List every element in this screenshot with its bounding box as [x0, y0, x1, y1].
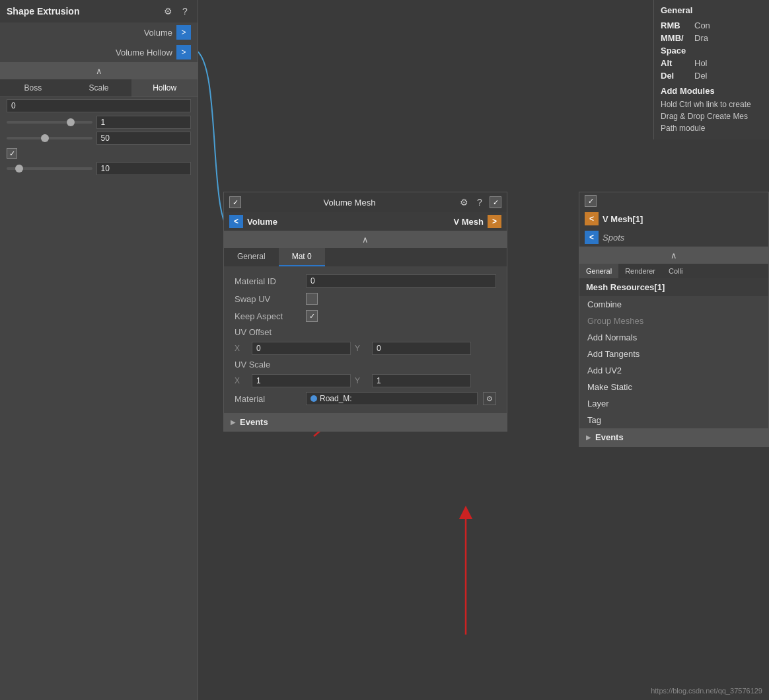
add-modules-text: Hold Ctrl wh link to create Drag & Drop …: [661, 98, 762, 134]
left-panel: Shape Extrusion ⚙ ? Volume > Volume Holl…: [0, 0, 198, 700]
help-title: General: [661, 5, 762, 15]
left-panel-title: Shape Extrusion: [7, 6, 157, 17]
left-tabs-row: Boss Scale Hollow: [0, 79, 198, 97]
events-arrow-icon: ▶: [231, 418, 236, 426]
slider-track-3[interactable]: [7, 167, 92, 170]
swap-uv-label: Swap UV: [235, 294, 301, 304]
right-collapse-icon: ∧: [671, 251, 677, 260]
help-val-mmb: Dra: [694, 33, 708, 43]
right-collapse-bar[interactable]: ∧: [579, 247, 768, 264]
slider-row-3: 10: [0, 161, 198, 176]
material-id-input[interactable]: 0: [306, 274, 496, 288]
right-port-row-3: < Spots: [579, 228, 768, 247]
mid-gear-icon[interactable]: ⚙: [458, 196, 470, 208]
help-key-rmb: RMB: [661, 20, 690, 30]
volume-arrow-btn[interactable]: >: [176, 25, 191, 40]
tab-boss[interactable]: Boss: [0, 79, 66, 97]
slider-val-3[interactable]: 10: [96, 162, 192, 175]
slider-track-1[interactable]: [7, 121, 92, 124]
swap-uv-row: Swap UV: [229, 290, 501, 307]
right-panel: < V Mesh[1] < Spots ∧ General Renderer C…: [579, 192, 769, 447]
mid-collapse-icon: ∧: [362, 235, 369, 245]
action-add-tangents[interactable]: Add Tangents: [579, 346, 768, 362]
volume-hollow-label: Volume Hollow: [20, 48, 172, 58]
help-key-mmb: MMB/: [661, 33, 690, 43]
help-row-rmb: RMB Con: [661, 20, 762, 30]
right-events-bar[interactable]: ▶ Events: [579, 428, 768, 446]
right-tab-renderer[interactable]: Renderer: [618, 264, 662, 278]
right-port-blue-btn[interactable]: <: [585, 231, 599, 244]
mid-port-row: < Volume V Mesh >: [224, 212, 507, 231]
slider-track-2[interactable]: [7, 137, 92, 139]
action-add-normals[interactable]: Add Normals: [579, 329, 768, 346]
volume-label: Volume: [20, 28, 172, 38]
mid-events-bar[interactable]: ▶ Events: [224, 413, 507, 431]
mid-tab-mat0[interactable]: Mat 0: [279, 248, 325, 266]
help-panel: General RMB Con MMB/ Dra Space Alt Hol D…: [653, 0, 769, 139]
action-make-static[interactable]: Make Static: [579, 379, 768, 395]
help-icon[interactable]: ?: [179, 5, 191, 17]
collapse-icon: ∧: [96, 66, 102, 76]
uv-offset-y-input[interactable]: [372, 342, 471, 355]
slider-thumb-3[interactable]: [15, 165, 23, 173]
right-port-orange-btn[interactable]: <: [585, 212, 599, 225]
keep-aspect-label: Keep Aspect: [235, 311, 301, 321]
volume-hollow-arrow-btn[interactable]: >: [176, 45, 191, 59]
uv-scale-y-input[interactable]: [372, 374, 471, 387]
uv-scale-label: UV Scale: [235, 360, 301, 369]
uv-offset-x-input[interactable]: [252, 342, 351, 355]
uv-offset-x-label: X: [235, 344, 248, 353]
right-tab-colli[interactable]: Colli: [662, 264, 689, 278]
gear-icon[interactable]: ⚙: [162, 5, 174, 17]
help-key-space: Space: [661, 46, 690, 56]
right-vmesh-label: V Mesh[1]: [603, 214, 643, 224]
action-layer[interactable]: Layer: [579, 395, 768, 412]
slider-row-2: 50: [0, 130, 198, 146]
swap-uv-checkbox[interactable]: [306, 293, 318, 305]
mid-tab-general[interactable]: General: [224, 248, 279, 266]
mid-form-section: Material ID 0 Swap UV Keep Aspect UV Off…: [224, 266, 507, 413]
keep-aspect-checkbox[interactable]: [306, 310, 318, 322]
material-dot: [311, 395, 317, 402]
mid-header-checkbox-right[interactable]: [490, 196, 501, 208]
mid-panel: Volume Mesh ⚙ ? < Volume V Mesh > ∧ Gene…: [223, 192, 507, 432]
right-tab-general[interactable]: General: [579, 264, 618, 278]
help-val-del: Del: [694, 71, 708, 81]
help-key-alt: Alt: [661, 58, 690, 68]
field-input-1[interactable]: 0: [7, 99, 191, 112]
mid-collapse-bar[interactable]: ∧: [224, 231, 507, 248]
field-row-1: 0: [0, 97, 198, 114]
tab-hollow[interactable]: Hollow: [131, 79, 198, 97]
uv-scale-y-label: Y: [355, 376, 368, 385]
slider-thumb-2[interactable]: [41, 134, 49, 142]
action-combine[interactable]: Combine: [579, 296, 768, 313]
collapse-bar[interactable]: ∧: [0, 62, 198, 79]
keep-aspect-row: Keep Aspect: [229, 307, 501, 325]
slider-row-1: 1: [0, 114, 198, 130]
tab-scale[interactable]: Scale: [66, 79, 132, 97]
slider-val-2[interactable]: 50: [96, 132, 192, 145]
watermark: https://blog.csdn.net/qq_37576129: [651, 687, 762, 695]
left-checkbox[interactable]: [7, 148, 17, 159]
help-row-space: Space: [661, 46, 762, 56]
slider-val-1[interactable]: 1: [96, 116, 192, 129]
mid-help-icon[interactable]: ?: [474, 196, 486, 208]
material-id-label: Material ID: [235, 276, 301, 286]
mesh-actions-list: Combine Group Meshes Add Normals Add Tan…: [579, 296, 768, 428]
uv-offset-label: UV Offset: [235, 327, 301, 337]
port-right-btn[interactable]: >: [488, 215, 501, 228]
mid-header-checkbox[interactable]: [229, 196, 241, 208]
uv-offset-y-label: Y: [355, 344, 368, 353]
action-tag[interactable]: Tag: [579, 412, 768, 428]
uv-scale-x-input[interactable]: [252, 374, 351, 387]
right-header-checkbox[interactable]: [585, 195, 597, 207]
slider-thumb-1[interactable]: [67, 118, 75, 126]
uv-scale-label-row: UV Scale: [229, 357, 501, 372]
material-settings-btn[interactable]: ⚙: [483, 392, 496, 405]
checkbox-row: [0, 146, 198, 161]
action-add-uv2[interactable]: Add UV2: [579, 362, 768, 379]
material-value: Road_M:: [320, 394, 352, 403]
action-group-meshes: Group Meshes: [579, 313, 768, 329]
panel-title-bar: Shape Extrusion ⚙ ?: [0, 0, 198, 22]
port-left-btn[interactable]: <: [229, 215, 243, 228]
